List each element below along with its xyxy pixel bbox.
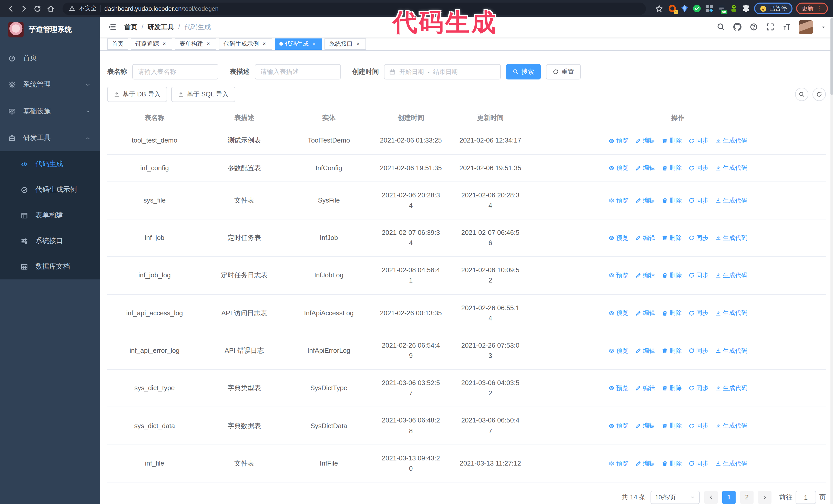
import-db-button[interactable]: 基于 DB 导入	[107, 87, 167, 102]
sidebar-item-infrastructure[interactable]: 基础设施	[0, 98, 100, 125]
action-edit-link[interactable]: 编辑	[635, 271, 655, 280]
home-icon[interactable]	[45, 3, 56, 14]
reload-icon[interactable]	[32, 3, 43, 14]
url-bar[interactable]: 不安全 dashboard.yudao.iocoder.cn/tool/code…	[63, 2, 646, 15]
extension-icon-dark-list[interactable]: on	[717, 4, 725, 13]
page-button-2[interactable]: 2	[740, 491, 754, 504]
search-button[interactable]: 搜索	[506, 64, 541, 80]
table-name-input[interactable]	[132, 64, 218, 80]
action-preview-link[interactable]: 预览	[609, 459, 628, 468]
action-edit-link[interactable]: 编辑	[635, 346, 655, 355]
action-edit-link[interactable]: 编辑	[635, 196, 655, 205]
close-icon[interactable]: ×	[355, 41, 361, 47]
action-preview-link[interactable]: 预览	[609, 308, 628, 318]
action-generate-link[interactable]: 生成代码	[715, 271, 747, 280]
puzzle-extensions-icon[interactable]	[741, 4, 750, 13]
action-sync-link[interactable]: 同步	[688, 346, 709, 355]
browser-update-button[interactable]: 更新 ⋮	[796, 3, 828, 14]
close-icon[interactable]: ×	[205, 41, 212, 47]
paused-profile-badge[interactable]: 已暂停	[754, 3, 792, 14]
action-generate-link[interactable]: 生成代码	[715, 196, 747, 205]
action-sync-link[interactable]: 同步	[688, 233, 709, 243]
action-generate-link[interactable]: 生成代码	[715, 233, 747, 243]
caret-down-icon[interactable]	[821, 25, 826, 30]
bookmark-star-icon[interactable]	[654, 3, 664, 14]
action-generate-link[interactable]: 生成代码	[715, 459, 747, 468]
action-preview-link[interactable]: 预览	[609, 421, 628, 431]
action-edit-link[interactable]: 编辑	[635, 459, 655, 468]
action-edit-link[interactable]: 编辑	[635, 136, 655, 145]
tab-codegen-example[interactable]: 代码生成示例×	[219, 38, 272, 49]
sidebar-toggle-button[interactable]	[107, 22, 117, 32]
action-preview-link[interactable]: 预览	[609, 233, 628, 243]
action-sync-link[interactable]: 同步	[688, 421, 709, 431]
action-delete-link[interactable]: 删除	[662, 459, 682, 468]
toggle-search-button[interactable]	[795, 88, 808, 101]
action-preview-link[interactable]: 预览	[609, 346, 628, 355]
kebab-menu-icon[interactable]: ⋮	[816, 5, 822, 11]
font-size-icon[interactable]	[782, 23, 791, 31]
tab-form-builder[interactable]: 表单构建×	[175, 38, 216, 49]
action-generate-link[interactable]: 生成代码	[715, 308, 747, 318]
action-delete-link[interactable]: 删除	[662, 196, 682, 205]
action-delete-link[interactable]: 删除	[662, 163, 682, 173]
refresh-table-button[interactable]	[812, 88, 826, 101]
app-logo[interactable]: 芋道管理系统	[0, 17, 100, 43]
close-icon[interactable]: ×	[161, 41, 168, 47]
action-preview-link[interactable]: 预览	[609, 136, 628, 145]
page-button-1[interactable]: 1	[722, 491, 736, 504]
action-delete-link[interactable]: 删除	[662, 233, 682, 243]
sidebar-item-db-doc[interactable]: 数据库文档	[0, 254, 100, 280]
action-delete-link[interactable]: 删除	[662, 421, 682, 431]
prev-page-button[interactable]	[704, 491, 718, 504]
extension-icon-gem[interactable]	[680, 4, 689, 13]
page-size-select[interactable]: 10条/页	[650, 491, 700, 504]
breadcrumb-item[interactable]: 研发工具	[147, 23, 174, 32]
action-sync-link[interactable]: 同步	[688, 136, 709, 145]
sidebar-item-home[interactable]: 首页	[0, 45, 100, 71]
action-sync-link[interactable]: 同步	[688, 459, 709, 468]
action-edit-link[interactable]: 编辑	[635, 421, 655, 431]
forward-icon[interactable]	[19, 3, 30, 14]
goto-page-input[interactable]	[795, 491, 816, 504]
sidebar-item-codegen-example[interactable]: 代码生成示例	[0, 177, 100, 202]
extension-icon-green-check[interactable]	[692, 4, 701, 13]
tab-codegen[interactable]: 代码生成×	[275, 38, 322, 49]
back-icon[interactable]	[5, 3, 17, 14]
action-sync-link[interactable]: 同步	[688, 384, 709, 393]
page-scrollbar[interactable]	[830, 17, 833, 504]
table-desc-input[interactable]	[255, 64, 341, 80]
sidebar-item-form-builder[interactable]: 表单构建	[0, 202, 100, 228]
action-preview-link[interactable]: 预览	[609, 196, 628, 205]
tab-system-api[interactable]: 系统接口×	[325, 38, 366, 49]
action-sync-link[interactable]: 同步	[688, 271, 709, 280]
action-delete-link[interactable]: 删除	[662, 136, 682, 145]
search-icon[interactable]	[717, 23, 725, 31]
scrollbar-thumb[interactable]	[830, 18, 833, 95]
action-generate-link[interactable]: 生成代码	[715, 136, 747, 145]
action-edit-link[interactable]: 编辑	[635, 308, 655, 318]
github-icon[interactable]	[733, 23, 742, 31]
action-delete-link[interactable]: 删除	[662, 308, 682, 318]
action-sync-link[interactable]: 同步	[688, 163, 709, 173]
sidebar-item-codegen[interactable]: 代码生成	[0, 151, 100, 177]
action-delete-link[interactable]: 删除	[662, 271, 682, 280]
close-icon[interactable]: ×	[311, 41, 317, 47]
action-sync-link[interactable]: 同步	[688, 196, 709, 205]
action-sync-link[interactable]: 同步	[688, 308, 709, 318]
sidebar-item-system-management[interactable]: 系统管理	[0, 71, 100, 98]
reset-button[interactable]: 重置	[546, 64, 581, 80]
action-edit-link[interactable]: 编辑	[635, 384, 655, 393]
extension-icon-grid[interactable]	[705, 4, 713, 13]
action-generate-link[interactable]: 生成代码	[715, 421, 747, 431]
tab-tracing[interactable]: 链路追踪×	[131, 38, 172, 49]
extension-icon-orange[interactable]: 1	[668, 4, 676, 13]
action-preview-link[interactable]: 预览	[609, 384, 628, 393]
action-generate-link[interactable]: 生成代码	[715, 163, 747, 173]
sidebar-item-dev-tools[interactable]: 研发工具	[0, 125, 100, 151]
next-page-button[interactable]	[758, 491, 771, 504]
help-icon[interactable]	[749, 23, 758, 31]
fullscreen-icon[interactable]	[766, 23, 775, 31]
extension-icon-robot[interactable]	[729, 4, 738, 13]
action-preview-link[interactable]: 预览	[609, 163, 628, 173]
